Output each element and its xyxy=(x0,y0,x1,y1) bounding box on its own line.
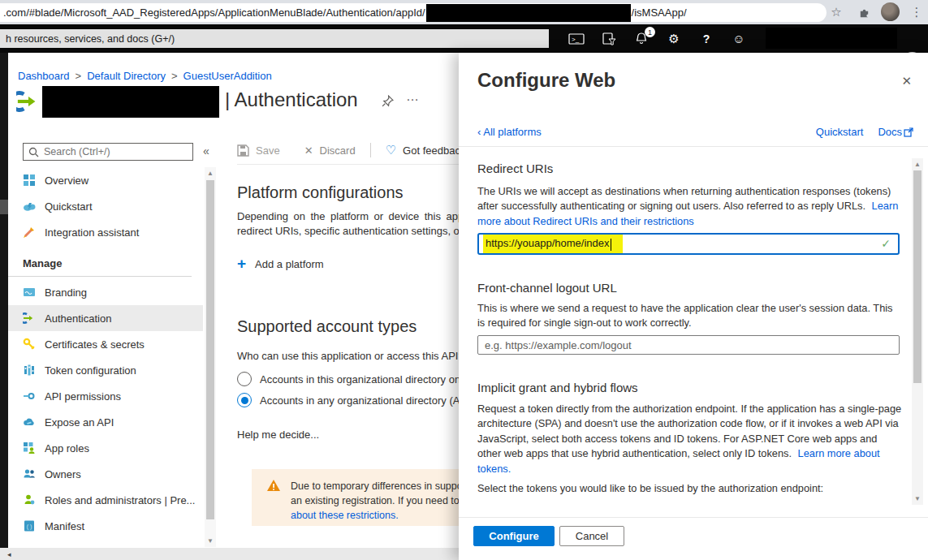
page-title: | Authentication xyxy=(225,88,358,111)
azure-portal-screen: .com/#blade/Microsoft_AAD_RegisteredApps… xyxy=(0,0,928,560)
command-bar: Save ✕ Discard ♡ Got feedback? xyxy=(237,143,472,157)
collapsed-nav-strip[interactable] xyxy=(0,53,8,548)
sidebar-item-quickstart[interactable]: Quickstart xyxy=(8,193,203,219)
all-platforms-back-link[interactable]: ‹ All platforms xyxy=(477,126,542,138)
breadcrumb-guestuseraddition[interactable]: GuestUserAddition xyxy=(183,70,272,82)
configure-button[interactable]: Configure xyxy=(473,526,555,546)
sidebar-item-certificates-secrets[interactable]: Certificates & secrets xyxy=(8,331,203,357)
sidebar-item-authentication[interactable]: Authentication xyxy=(8,305,203,331)
sidebar-scrollbar-thumb[interactable] xyxy=(206,180,214,519)
sidebar-item-label: Authentication xyxy=(45,312,111,325)
blade-search-box[interactable] xyxy=(23,143,193,161)
collapse-menu-button[interactable]: « xyxy=(203,144,209,157)
sidebar-item-integration-assistant[interactable]: Integration assistant xyxy=(8,219,203,245)
extensions-puzzle-icon[interactable] xyxy=(854,2,874,22)
supported-account-types-heading: Supported account types xyxy=(237,317,417,336)
quickstart-link[interactable]: Quickstart xyxy=(816,126,864,138)
front-channel-logout-description: This is where we send a request to have … xyxy=(477,301,903,331)
save-button[interactable]: Save xyxy=(237,144,280,157)
cancel-button[interactable]: Cancel xyxy=(559,526,624,546)
discard-button[interactable]: ✕ Discard xyxy=(304,144,356,157)
front-channel-logout-heading: Front-channel logout URL xyxy=(477,281,617,295)
settings-gear-icon[interactable]: ⚙ xyxy=(661,24,687,53)
account-redaction-box xyxy=(766,28,897,49)
sidebar-item-app-roles[interactable]: App roles xyxy=(8,435,203,461)
owners-icon xyxy=(23,467,36,480)
api-permissions-icon xyxy=(23,390,36,403)
sidebar-scrollbar: ▲ ▼ xyxy=(205,167,216,547)
redirect-uri-highlighted-value: https://youapp/home/index xyxy=(483,235,623,252)
sidebar-item-token-configuration[interactable]: Token configuration xyxy=(8,357,203,383)
front-channel-logout-input[interactable] xyxy=(477,335,900,355)
url-suffix: /isMSAApp/ xyxy=(632,6,687,19)
notifications-bell-icon[interactable]: 1 xyxy=(628,24,654,53)
redirect-uris-description: The URIs we will accept as destinations … xyxy=(477,184,903,229)
quickstart-icon xyxy=(23,200,36,213)
address-bar[interactable]: .com/#blade/Microsoft_AAD_RegisteredApps… xyxy=(0,3,827,22)
implicit-grant-heading: Implicit grant and hybrid flows xyxy=(477,381,638,394)
blade-search-input[interactable] xyxy=(44,146,174,157)
radio-selected-icon[interactable] xyxy=(237,393,252,407)
branding-icon xyxy=(23,286,36,299)
svg-text:>_: >_ xyxy=(572,36,580,43)
token-configuration-icon xyxy=(23,364,36,377)
panel-header-divider xyxy=(459,146,928,147)
panel-scrollbar-thumb[interactable] xyxy=(913,170,922,383)
help-icon[interactable]: ? xyxy=(693,24,719,53)
sidebar-item-expose-an-api[interactable]: Expose an API xyxy=(8,409,203,435)
manifest-icon: ( ) xyxy=(23,519,36,532)
browser-profile-avatar[interactable] xyxy=(881,2,900,21)
sidebar-item-label: Roles and administrators | Pre... xyxy=(45,494,195,506)
sidebar-item-owners[interactable]: Owners xyxy=(8,461,203,487)
configure-web-panel: Configure Web ✕ ‹ All platforms Quicksta… xyxy=(459,53,928,560)
redirect-desc-text: The URIs we will accept as destinations … xyxy=(477,185,891,212)
text-cursor xyxy=(611,239,612,251)
breadcrumb-dashboard[interactable]: Dashboard xyxy=(18,70,70,82)
panel-scrollbar: ▲ ▼ xyxy=(912,158,923,505)
certificates-key-icon xyxy=(23,338,36,351)
svg-text:( ): ( ) xyxy=(27,523,32,530)
authentication-icon xyxy=(23,312,36,325)
sidebar-item-roles-administrators[interactable]: Roles and administrators | Pre... xyxy=(8,487,203,513)
global-search-bar[interactable]: h resources, services, and docs (G+/) xyxy=(0,29,549,48)
url-prefix: .com/#blade/Microsoft_AAD_RegisteredApps… xyxy=(3,6,425,19)
sidebar-item-label: Overview xyxy=(45,174,88,187)
sidebar-item-label: Branding xyxy=(45,286,87,299)
panel-footer-divider xyxy=(459,517,928,518)
breadcrumb-default-directory[interactable]: Default Directory xyxy=(87,70,166,82)
panel-scroll-down-arrow[interactable]: ▼ xyxy=(912,495,923,502)
panel-scroll-up-arrow[interactable]: ▲ xyxy=(912,161,923,168)
sidebar-item-overview[interactable]: Overview xyxy=(8,167,203,193)
save-floppy-icon xyxy=(237,144,249,157)
select-tokens-text: Select the tokens you would like to be i… xyxy=(477,481,903,496)
panel-close-icon[interactable]: ✕ xyxy=(901,74,912,88)
bookmark-star-icon[interactable]: ☆ xyxy=(827,2,846,22)
scroll-left-arrow[interactable]: ◂ xyxy=(7,550,11,558)
redirect-uri-input[interactable]: https://youapp/home/index ✓ xyxy=(477,233,900,255)
sidebar-item-branding[interactable]: Branding xyxy=(8,279,203,305)
scroll-up-arrow[interactable]: ▲ xyxy=(205,170,216,177)
plus-icon: + xyxy=(237,255,246,273)
sidebar-item-label: Integration assistant xyxy=(45,226,139,239)
help-me-decide-link[interactable]: Help me decide... xyxy=(237,428,319,442)
add-platform-button[interactable]: + Add a platform xyxy=(237,255,324,273)
redirect-uris-heading: Redirect URIs xyxy=(477,162,553,175)
expose-api-cloud-icon xyxy=(23,416,36,429)
pin-icon[interactable] xyxy=(382,95,394,110)
scroll-down-arrow[interactable]: ▼ xyxy=(205,537,216,545)
more-options-icon[interactable]: … xyxy=(406,89,419,104)
save-label: Save xyxy=(256,144,280,157)
browser-menu-kebab-icon[interactable]: ⋮ xyxy=(907,2,926,22)
feedback-smiley-icon[interactable]: ☺ xyxy=(726,24,752,53)
cloud-shell-icon[interactable]: >_ xyxy=(563,24,589,53)
breadcrumb: Dashboard>Default Directory>GuestUserAdd… xyxy=(18,70,272,82)
docs-link[interactable]: Docs xyxy=(878,126,902,138)
portal-topbar: h resources, services, and docs (G+/) >_… xyxy=(0,24,928,53)
sidebar-item-api-permissions[interactable]: API permissions xyxy=(8,383,203,409)
sidebar-item-manifest[interactable]: ( ) Manifest xyxy=(8,513,203,539)
directory-filter-icon[interactable] xyxy=(596,24,622,53)
radio-unselected-icon[interactable] xyxy=(237,372,252,386)
sidebar-item-label: Token configuration xyxy=(45,364,136,377)
panel-doc-links: Quickstart Docs xyxy=(816,126,913,138)
external-link-icon xyxy=(904,127,913,137)
